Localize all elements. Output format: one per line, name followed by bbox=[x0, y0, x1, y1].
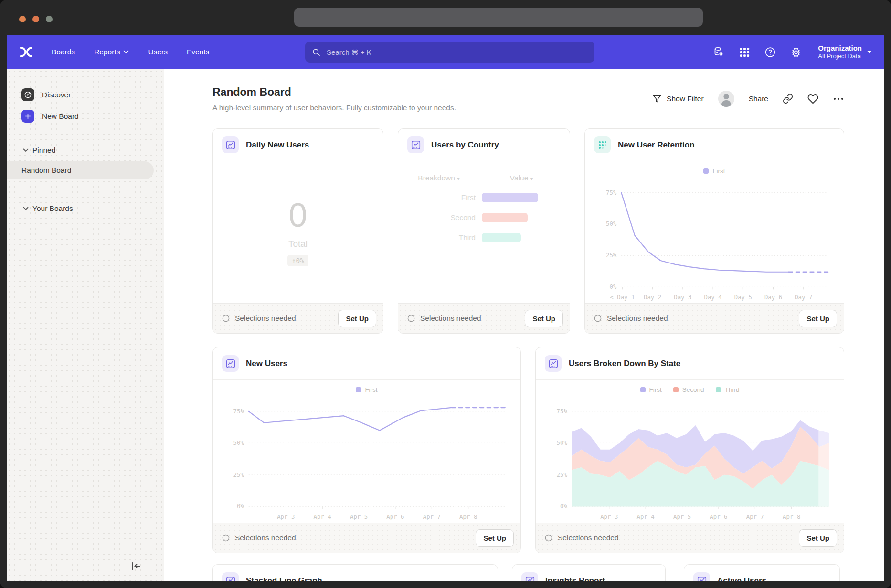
svg-text:< Day 1: < Day 1 bbox=[610, 294, 635, 301]
nav-item-events[interactable]: Events bbox=[187, 48, 209, 56]
svg-text:Apr 8: Apr 8 bbox=[459, 514, 477, 520]
svg-text:Apr 4: Apr 4 bbox=[636, 514, 654, 520]
sidebar-section-pinned[interactable]: Pinned bbox=[7, 141, 164, 159]
sidebar-section-your-boards[interactable]: Your Boards bbox=[7, 200, 164, 218]
legend-item: First bbox=[356, 386, 377, 393]
copy-link-icon[interactable] bbox=[783, 94, 793, 104]
sidebar-item-label: Discover bbox=[42, 91, 71, 99]
set-up-button[interactable]: Set Up bbox=[338, 310, 376, 327]
card-title: New Users bbox=[246, 359, 287, 368]
value-dropdown[interactable]: Value ▾ bbox=[493, 174, 550, 182]
svg-text:50%: 50% bbox=[556, 440, 567, 446]
empty-circle-icon bbox=[222, 534, 230, 542]
line-chart-icon bbox=[407, 136, 424, 153]
discover-compass-icon bbox=[21, 88, 34, 101]
retention-grid-icon bbox=[594, 136, 611, 153]
card-title: Daily New Users bbox=[246, 140, 309, 150]
mixpanel-logo-icon[interactable] bbox=[19, 45, 33, 59]
collapse-sidebar-icon[interactable] bbox=[130, 561, 142, 571]
search-icon bbox=[312, 48, 321, 57]
card-new-users: New Users First75%50%25%0%Apr 3Apr 4Apr … bbox=[212, 347, 521, 553]
country-bar-row: Second bbox=[398, 213, 570, 222]
country-bar-label: Third bbox=[398, 233, 476, 242]
card-title: Stacked Line Graph bbox=[246, 576, 322, 582]
browser-url-bar[interactable] bbox=[294, 8, 703, 27]
chart-legend: First bbox=[356, 386, 377, 393]
svg-text:25%: 25% bbox=[606, 252, 617, 259]
line-chart-icon bbox=[521, 572, 538, 581]
svg-text:Day 4: Day 4 bbox=[704, 294, 721, 301]
data-management-icon[interactable] bbox=[713, 46, 724, 58]
svg-text:Apr 7: Apr 7 bbox=[746, 514, 764, 520]
chart-legend: FirstSecondThird bbox=[640, 386, 740, 393]
sidebar-item-new-board[interactable]: New Board bbox=[7, 105, 164, 127]
legend-item: First bbox=[640, 386, 662, 393]
svg-text:Apr 6: Apr 6 bbox=[710, 514, 727, 520]
svg-text:Day 3: Day 3 bbox=[674, 294, 691, 301]
retention-chart: First75%50%25%0%< Day 1Day 2Day 3Day 4Da… bbox=[585, 161, 844, 303]
plus-icon bbox=[21, 110, 34, 123]
legend-swatch bbox=[673, 387, 679, 392]
apps-grid-icon[interactable] bbox=[739, 46, 750, 58]
legend-item: First bbox=[703, 168, 725, 175]
svg-text:Apr 4: Apr 4 bbox=[314, 514, 331, 520]
card-title: Users by Country bbox=[431, 140, 499, 150]
selections-needed-status: Selections needed bbox=[222, 314, 338, 323]
line-chart-icon bbox=[693, 572, 710, 581]
country-bar-row: Third bbox=[398, 233, 570, 242]
country-bar-label: First bbox=[398, 193, 476, 202]
close-window-button[interactable] bbox=[19, 16, 26, 22]
page-title: Random Board bbox=[212, 86, 652, 99]
zoom-window-button[interactable] bbox=[46, 16, 53, 22]
filter-funnel-icon bbox=[652, 94, 662, 104]
card-active-users: Active Users bbox=[684, 564, 840, 581]
line-chart-icon bbox=[222, 355, 239, 372]
search-input[interactable] bbox=[326, 48, 588, 57]
favorite-heart-icon[interactable] bbox=[807, 94, 818, 105]
set-up-button[interactable]: Set Up bbox=[476, 529, 514, 547]
set-up-button[interactable]: Set Up bbox=[799, 529, 837, 547]
window-titlebar bbox=[0, 0, 891, 35]
svg-text:0%: 0% bbox=[609, 284, 616, 290]
sidebar-item-label: New Board bbox=[42, 112, 79, 121]
search-bar[interactable] bbox=[305, 42, 594, 63]
set-up-button[interactable]: Set Up bbox=[525, 310, 563, 327]
traffic-lights bbox=[19, 16, 53, 22]
selections-needed-status: Selections needed bbox=[407, 314, 525, 323]
sidebar: Discover New Board Pinned Random Board bbox=[7, 69, 164, 581]
line-chart-icon bbox=[545, 355, 562, 372]
nav-menu: BoardsReportsUsersEvents bbox=[52, 48, 209, 56]
org-switcher[interactable]: Organization All Project Data bbox=[818, 44, 872, 61]
chevron-down-icon bbox=[867, 50, 872, 54]
line-chart-icon bbox=[222, 136, 239, 153]
chevron-down-icon bbox=[23, 148, 29, 152]
svg-text:Apr 7: Apr 7 bbox=[423, 514, 441, 520]
svg-text:25%: 25% bbox=[556, 472, 567, 478]
svg-text:Day 2: Day 2 bbox=[644, 294, 661, 301]
breakdown-dropdown[interactable]: Breakdown ▾ bbox=[398, 174, 479, 182]
empty-circle-icon bbox=[594, 315, 602, 322]
country-bar bbox=[482, 193, 538, 202]
help-icon[interactable] bbox=[764, 46, 776, 58]
card-stacked-line-graph: Stacked Line Graph bbox=[212, 564, 498, 581]
sidebar-section-label: Pinned bbox=[32, 146, 55, 155]
nav-item-boards[interactable]: Boards bbox=[52, 48, 75, 56]
sidebar-item-discover[interactable]: Discover bbox=[7, 84, 164, 105]
sidebar-item-label: Random Board bbox=[21, 166, 71, 174]
line-chart-icon bbox=[222, 572, 239, 581]
show-filter-button[interactable]: Show Filter bbox=[652, 94, 704, 104]
minimize-window-button[interactable] bbox=[32, 16, 39, 22]
more-options-icon[interactable] bbox=[833, 97, 844, 101]
svg-text:Apr 5: Apr 5 bbox=[673, 514, 690, 520]
avatar[interactable] bbox=[718, 91, 734, 107]
set-up-button[interactable]: Set Up bbox=[799, 310, 837, 327]
selections-needed-status: Selections needed bbox=[545, 534, 799, 542]
nav-item-reports[interactable]: Reports bbox=[94, 48, 129, 56]
card-title: New User Retention bbox=[618, 140, 695, 150]
chart-legend: First bbox=[703, 168, 725, 175]
nav-item-users[interactable]: Users bbox=[148, 48, 167, 56]
settings-gear-icon[interactable] bbox=[790, 46, 802, 58]
share-button[interactable]: Share bbox=[749, 94, 768, 103]
sidebar-item-random-board[interactable]: Random Board bbox=[7, 161, 154, 179]
svg-text:0%: 0% bbox=[237, 503, 244, 510]
